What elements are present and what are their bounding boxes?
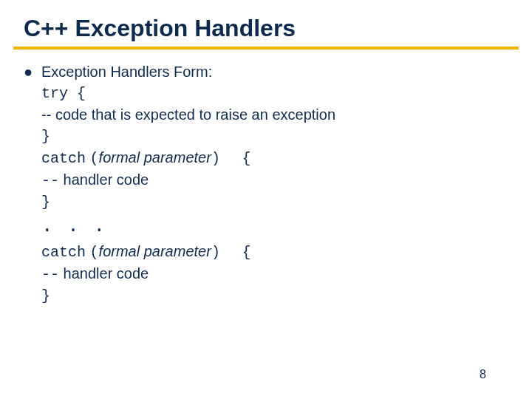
code-try-comment: -- code that is expected to raise an exc… (41, 104, 502, 126)
bullet-icon: ● (24, 61, 33, 83)
slide-title: C++ Exception Handlers (0, 0, 532, 47)
title-underline (13, 47, 519, 50)
catch-keyword-2: catch (41, 244, 86, 261)
slide: C++ Exception Handlers ● Exception Handl… (0, 0, 532, 399)
handler-dashes-2: -- (41, 266, 59, 283)
content-area: ● Exception Handlers Form: try { -- code… (0, 61, 532, 307)
formal-param-1: formal parameter (99, 149, 211, 166)
lead-text: Exception Handlers Form: (41, 64, 212, 80)
open-block-1: { (242, 150, 250, 167)
open-brace-2 (224, 244, 242, 261)
code-catch-1: catch (formal parameter) { (41, 147, 502, 169)
code-catch-2: catch (formal parameter) { (41, 241, 502, 263)
open-brace-1 (224, 150, 242, 167)
close-1: } (41, 191, 502, 213)
paren-open-1: ( (90, 150, 99, 167)
open-block-2: { (242, 244, 250, 261)
paren-open-2: ( (90, 244, 99, 261)
formal-param-2: formal parameter (99, 243, 211, 259)
code-try-close: } (41, 126, 502, 147)
handler-dashes-1: -- (41, 172, 59, 189)
bullet-lead: ● Exception Handlers Form: (41, 61, 502, 83)
paren-close-2: ) (211, 244, 220, 261)
handler-code-2: -- handler code (41, 263, 502, 285)
ellipsis: . . . (41, 213, 502, 241)
page-number: 8 (480, 368, 486, 381)
handler-text-2: handler code (59, 265, 149, 282)
close-2: } (41, 285, 502, 307)
catch-keyword-1: catch (41, 150, 86, 167)
handler-text-1: handler code (59, 171, 149, 188)
code-try-open: try { (41, 83, 502, 104)
paren-close-1: ) (211, 150, 220, 167)
handler-code-1: -- handler code (41, 169, 502, 191)
